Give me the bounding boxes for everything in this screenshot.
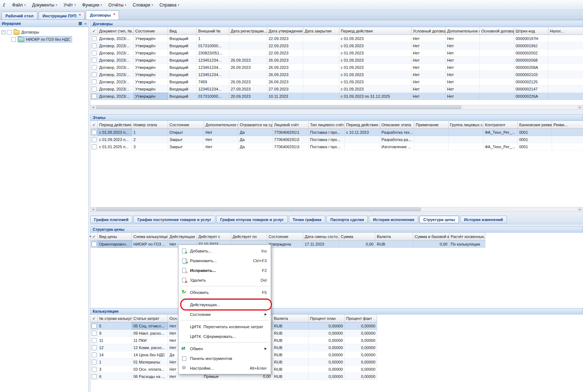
menubar-item-2[interactable]: Учёт▾ (60, 1, 79, 9)
cell[interactable]: 123451234... (197, 57, 229, 64)
cell[interactable]: 03 Осн. оплата... (132, 366, 168, 373)
cell[interactable] (345, 136, 380, 143)
tree-checkbox[interactable] (11, 37, 16, 42)
cell[interactable] (480, 57, 514, 64)
column-header[interactable]: Вид цены (98, 233, 132, 241)
row-checkbox[interactable] (92, 65, 97, 70)
cell[interactable] (483, 136, 518, 143)
row-checkbox[interactable] (92, 130, 97, 135)
cell[interactable]: Входящий (168, 57, 197, 64)
cell[interactable]: Входящий (168, 49, 197, 57)
close-icon[interactable]: × (79, 13, 81, 17)
cell[interactable]: Нет (446, 57, 480, 64)
cell[interactable] (90, 129, 98, 136)
cell[interactable]: 1 (98, 358, 132, 366)
column-header[interactable]: Дополнительное с... (446, 27, 480, 35)
cell[interactable] (548, 35, 583, 42)
column-header[interactable]: Описание этапа (380, 121, 414, 129)
cell[interactable]: 14 (98, 351, 132, 358)
cell[interactable]: 0000002125 (514, 78, 548, 85)
cell[interactable] (90, 93, 98, 100)
cell[interactable]: 2 (132, 136, 168, 143)
cell[interactable]: Нет (204, 136, 238, 143)
cell[interactable]: Утверждён (134, 49, 168, 57)
context-menu-item[interactable]: Добавить...Ins (180, 246, 270, 256)
contracts-panel-header[interactable]: Договоры (90, 21, 583, 27)
tab-1[interactable]: График поступления товаров и услуг (133, 216, 215, 223)
cell[interactable]: 7706406291\3 (273, 143, 309, 150)
row-checkbox[interactable] (92, 345, 97, 350)
cell[interactable] (548, 78, 583, 85)
cell[interactable]: с 10.11.2023 (345, 129, 380, 136)
cell[interactable]: Нет (446, 49, 480, 57)
cell[interactable]: 0,00000 (309, 366, 345, 373)
cell[interactable] (229, 71, 267, 78)
cell[interactable]: Нет (204, 143, 238, 150)
row-checkbox[interactable] (92, 94, 97, 99)
cell[interactable]: RUB (273, 373, 309, 380)
cell[interactable]: 0,00000 (309, 344, 345, 351)
cell[interactable] (548, 64, 583, 71)
context-menu-item[interactable]: Исправить...F2 (180, 265, 270, 275)
cell[interactable]: 9 (98, 330, 132, 337)
cell[interactable]: 26.09.2023 (267, 71, 303, 78)
row-checkbox[interactable] (92, 360, 97, 365)
cell[interactable]: Нет (446, 78, 480, 85)
cell[interactable]: Нет (411, 78, 446, 85)
cell[interactable]: 000000226A (514, 93, 548, 100)
column-header[interactable]: Налог... (548, 27, 583, 35)
cell[interactable]: с 01.09.2023 (339, 85, 411, 93)
cell[interactable]: 0,00000 (309, 351, 345, 358)
column-header[interactable]: Процент план (309, 314, 345, 322)
cell[interactable]: 1 (197, 35, 229, 42)
row-checkbox[interactable] (92, 87, 97, 92)
cell[interactable]: 0000002103 (514, 71, 548, 78)
cell[interactable]: 0,00000 (345, 358, 377, 366)
cell[interactable]: RUB (273, 344, 309, 351)
column-header[interactable]: Статья затрат (132, 314, 168, 322)
column-header[interactable]: Примечание (414, 121, 449, 129)
cell[interactable] (552, 136, 583, 143)
close-icon[interactable]: × (113, 12, 115, 16)
cell[interactable]: Договор, 2023/... (98, 35, 134, 42)
cell[interactable] (552, 143, 583, 150)
cell[interactable]: Утверждён (134, 85, 168, 93)
tab-4[interactable]: Паспорта сделки (326, 216, 368, 223)
table-row[interactable]: с 01.09.2023 п...1ОткрытНетДа7706406291\… (90, 129, 583, 136)
column-header[interactable]: Основной договор (480, 27, 514, 35)
cell[interactable] (548, 57, 583, 64)
cell[interactable]: 230823/051... (197, 49, 229, 57)
column-header[interactable]: Период действия (339, 27, 411, 35)
cell[interactable] (90, 136, 98, 143)
cell[interactable]: 06 Расходы на ... (132, 373, 168, 380)
cell[interactable]: 0,00000 (309, 330, 345, 337)
cell[interactable]: 0,00000 (309, 373, 345, 380)
expander-icon[interactable]: − (1, 30, 5, 34)
menubar-item-0[interactable]: Файл▾ (9, 1, 29, 9)
cell[interactable]: Договор, 2023/... (98, 57, 134, 64)
stages-hscrollbar[interactable]: ◄ ► (90, 207, 583, 212)
cell[interactable] (548, 49, 583, 57)
cell[interactable] (480, 71, 514, 78)
menubar-item-4[interactable]: Отчёты▾ (105, 1, 129, 9)
cell[interactable]: с 01.09.2023 п... (98, 129, 132, 136)
cell[interactable] (548, 93, 583, 100)
cell[interactable]: Нет (446, 93, 480, 100)
cell[interactable]: 26.09.2023 (229, 64, 267, 71)
cell[interactable]: RUB (273, 322, 309, 330)
cell[interactable]: 0,00000 (345, 337, 377, 344)
cell[interactable]: 22.09.2023 (267, 35, 303, 42)
cell[interactable]: Нет (411, 35, 446, 42)
cell[interactable]: Нет (446, 85, 480, 93)
cell[interactable] (90, 337, 98, 344)
cell[interactable]: 7459 (197, 78, 229, 85)
cell[interactable] (90, 71, 98, 78)
cell[interactable]: 3 (98, 366, 132, 373)
cell[interactable]: Договор, 2023/... (98, 71, 134, 78)
column-header[interactable]: Валюта (375, 233, 413, 241)
column-header[interactable]: Состояние (267, 233, 303, 241)
cell[interactable]: Договор, 2023/... (98, 93, 134, 100)
column-header[interactable]: Условный договор (411, 27, 446, 35)
cell[interactable] (90, 78, 98, 85)
row-checkbox[interactable] (92, 50, 97, 56)
